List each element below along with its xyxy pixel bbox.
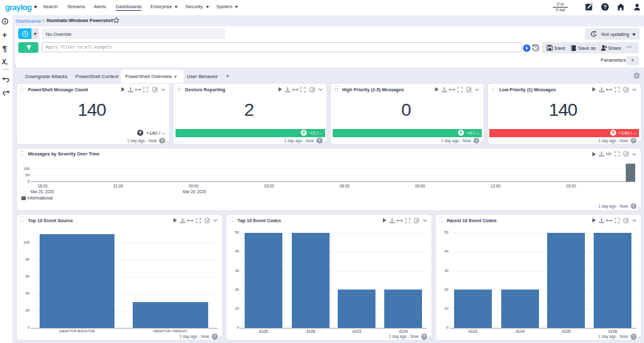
svg-text:?: ? <box>603 4 606 10</box>
